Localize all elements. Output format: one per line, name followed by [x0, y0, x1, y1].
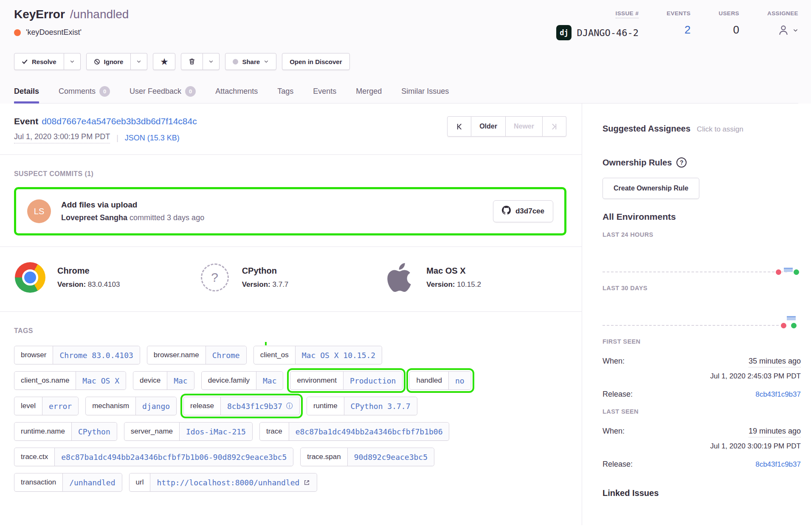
- tab-comments[interactable]: Comments0: [59, 86, 110, 103]
- chevron-down-icon: [208, 59, 214, 64]
- suspect-commits-heading: SUSPECT COMMITS (1): [14, 170, 568, 178]
- tag-value-link[interactable]: Mac OS X 10.15.2: [295, 346, 382, 364]
- tag-value-link[interactable]: http://localhost:8000/unhandled: [150, 473, 317, 491]
- create-ownership-rule-button[interactable]: Create Ownership Rule: [603, 178, 699, 199]
- tag-value-link[interactable]: Mac: [167, 372, 194, 389]
- tag-value-link[interactable]: Idos-iMac-215: [179, 423, 252, 440]
- tag-row: browserChrome 83.0.4103browser.nameChrom…: [14, 346, 566, 364]
- tag-value-link[interactable]: e8c87ba1dc494bb2a4346bcfbf7b1b06-90d892c…: [54, 448, 293, 466]
- issue-number-label: ISSUE #: [616, 10, 639, 18]
- last-seen-release-link[interactable]: 8cb43f1c9b37: [755, 460, 801, 469]
- users-label: USERS: [719, 10, 740, 17]
- tab-tags[interactable]: Tags: [277, 86, 293, 103]
- suspect-commit-panel: LS Add files via upload Lovepreet Sangha…: [14, 187, 566, 235]
- tag-value-link[interactable]: /unhandled: [62, 473, 121, 491]
- tag-value-link[interactable]: Mac OS X: [76, 372, 126, 389]
- tag-value-link[interactable]: django: [135, 397, 176, 415]
- issue-sidebar: Suggested Assignees Click to assign Owne…: [582, 104, 811, 525]
- delete-dropdown-button[interactable]: [203, 53, 220, 70]
- first-seen-release-link[interactable]: 8cb43f1c9b37: [755, 390, 801, 399]
- share-status-dot-icon: [233, 59, 238, 64]
- issue-stats: ISSUE # dj DJANGO-46-2 EVENTS 2 USERS 0 …: [556, 8, 798, 40]
- tag-value-link[interactable]: Production: [343, 372, 402, 389]
- older-event-button[interactable]: Older: [471, 116, 506, 137]
- commit-sha-button[interactable]: d3d7cee: [493, 200, 553, 222]
- error-type: KeyError: [14, 8, 65, 21]
- context-browser: Chrome Version: 83.0.4103: [14, 262, 199, 293]
- ignore-label: Ignore: [104, 58, 124, 65]
- tag-value: no: [455, 376, 465, 385]
- tag-value: Mac: [263, 376, 277, 385]
- commit-time: committed 3 days ago: [130, 213, 204, 222]
- unknown-runtime-icon: [201, 263, 229, 291]
- tag-key: transaction: [14, 473, 62, 491]
- tab-label: Comments: [59, 87, 96, 96]
- external-link-icon[interactable]: [303, 479, 310, 486]
- info-icon[interactable]: ⓘ: [286, 402, 293, 411]
- tag-key: runtime.name: [14, 423, 71, 440]
- events-count[interactable]: 2: [684, 23, 690, 36]
- help-icon[interactable]: ?: [676, 157, 687, 168]
- tag-value: Idos-iMac-215: [186, 427, 246, 436]
- tag-row: client_os.nameMac OS XdeviceMacdevice.fa…: [14, 371, 566, 390]
- event-contexts: Chrome Version: 83.0.4103 CPython Versio…: [0, 247, 582, 311]
- tag-level: levelerror: [14, 397, 79, 415]
- ignore-button[interactable]: Ignore: [86, 53, 131, 70]
- share-button[interactable]: Share: [225, 53, 276, 70]
- tab-count-badge: 0: [99, 86, 110, 97]
- error-location: /unhandled: [70, 8, 129, 21]
- delete-button[interactable]: [181, 53, 203, 70]
- tag-key: server_name: [124, 423, 179, 440]
- event-id-link[interactable]: d08d7667e4a5476eb3b3db6d7f14c84c: [42, 116, 197, 126]
- tag-key: trace.ctx: [14, 448, 54, 466]
- tag-value-link[interactable]: CPython 3.7.7: [344, 397, 417, 415]
- tab-details[interactable]: Details: [14, 86, 39, 103]
- tab-similar-issues[interactable]: Similar Issues: [401, 86, 449, 103]
- first-seen-marker-icon: [781, 323, 786, 328]
- newer-event-button[interactable]: Newer: [506, 116, 543, 137]
- tag-row: trace.ctxe8c87ba1dc494bb2a4346bcfbf7b1b0…: [14, 448, 566, 466]
- resolve-button[interactable]: Resolve: [14, 53, 64, 70]
- share-label: Share: [242, 58, 260, 65]
- tab-attachments[interactable]: Attachments: [215, 86, 258, 103]
- tag-value-link[interactable]: 90d892c9eace3bc5: [347, 448, 434, 466]
- tab-events[interactable]: Events: [313, 86, 336, 103]
- event-label: Event: [14, 116, 38, 126]
- users-count[interactable]: 0: [733, 23, 739, 36]
- ignore-dropdown-button[interactable]: [131, 53, 147, 70]
- tag-value-link[interactable]: 8cb43f1c9b37ⓘ: [220, 397, 299, 415]
- resolve-dropdown-button[interactable]: [64, 53, 81, 70]
- github-icon: [502, 206, 511, 217]
- assignee-dropdown[interactable]: [777, 23, 798, 39]
- bookmark-button[interactable]: ★: [153, 53, 175, 70]
- open-in-discover-button[interactable]: Open in Discover: [282, 53, 349, 70]
- tag-value-link[interactable]: no: [448, 372, 471, 389]
- tag-value-link[interactable]: Mac: [256, 372, 283, 389]
- tab-merged[interactable]: Merged: [356, 86, 382, 103]
- event-details-main: Eventd08d7667e4a5476eb3b3db6d7f14c84c Ju…: [0, 104, 582, 525]
- tag-value: Chrome: [212, 351, 240, 360]
- tag-value-link[interactable]: error: [42, 397, 78, 415]
- commit-message: Add files via upload: [61, 200, 493, 210]
- tab-user-feedback[interactable]: User Feedback0: [130, 86, 196, 103]
- context-name: Mac OS X: [426, 266, 481, 276]
- newest-event-button[interactable]: [543, 116, 566, 137]
- tag-value-link[interactable]: Chrome 83.0.4103: [53, 346, 139, 364]
- stat-assignee: ASSIGNEE: [767, 10, 798, 40]
- tag-value-link[interactable]: e8c87ba1dc494bb2a4346bcfbf7b1b06: [289, 423, 449, 440]
- ownership-rules-title: Ownership Rules: [603, 158, 672, 168]
- tag-row: levelerrormechanismdjangorelease8cb43f1c…: [14, 397, 566, 415]
- tag-value-link[interactable]: Chrome: [206, 346, 246, 364]
- context-name: Chrome: [57, 266, 120, 276]
- tag-release: release8cb43f1c9b37ⓘ: [183, 397, 300, 415]
- tag-key: device.family: [202, 372, 256, 389]
- stat-issue: ISSUE # dj DJANGO-46-2: [556, 10, 639, 40]
- event-json-link[interactable]: JSON (15.3 KB): [125, 134, 180, 143]
- oldest-event-button[interactable]: [447, 116, 471, 137]
- tag-value-link[interactable]: CPython: [71, 423, 117, 440]
- section-divider: [0, 154, 582, 155]
- when-label: When:: [603, 427, 625, 436]
- tab-label: Tags: [277, 87, 293, 96]
- last-30-days-sparkline: [603, 322, 799, 329]
- tab-label: Similar Issues: [401, 87, 449, 96]
